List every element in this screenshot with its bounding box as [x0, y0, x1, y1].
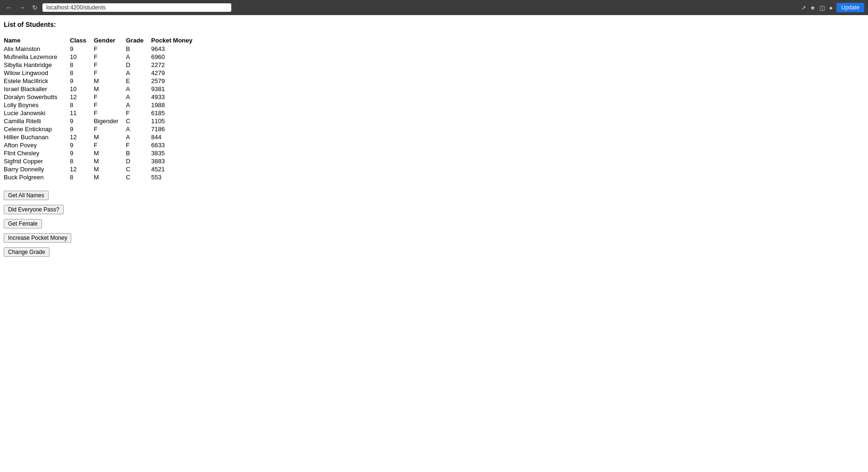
- cell-class: 8: [70, 101, 94, 109]
- cell-pocket_money: 9381: [151, 85, 200, 93]
- cell-pocket_money: 4933: [151, 93, 200, 101]
- table-row: Celene Enticknap9FA7186: [4, 125, 200, 133]
- table-row: Barry Donnelly12MC4521: [4, 165, 200, 173]
- page-content: List of Students: Name Class Gender Grad…: [0, 15, 868, 262]
- cell-pocket_money: 844: [151, 133, 200, 141]
- cell-gender: M: [94, 173, 126, 181]
- cell-gender: F: [94, 93, 126, 101]
- cell-class: 8: [70, 61, 94, 69]
- cell-grade: C: [126, 165, 152, 173]
- cell-gender: M: [94, 157, 126, 165]
- cell-class: 12: [70, 165, 94, 173]
- cell-name: Lolly Boynes: [4, 101, 70, 109]
- cell-grade: A: [126, 101, 152, 109]
- table-row: Israel Blackaller10MA9381: [4, 85, 200, 93]
- cell-pocket_money: 553: [151, 173, 200, 181]
- cell-grade: B: [126, 45, 152, 53]
- cell-gender: F: [94, 101, 126, 109]
- cell-class: 11: [70, 109, 94, 117]
- get-female-button[interactable]: Get Female: [4, 219, 42, 228]
- table-row: Flint Chesley9MB3835: [4, 149, 200, 157]
- table-header-row: Name Class Gender Grade Pocket Money: [4, 36, 200, 45]
- cell-pocket_money: 7186: [151, 125, 200, 133]
- cell-grade: B: [126, 149, 152, 157]
- cell-name: Hillier Buchanan: [4, 133, 70, 141]
- did-everyone-pass-button[interactable]: Did Everyone Pass?: [4, 205, 64, 214]
- cell-class: 8: [70, 157, 94, 165]
- header-grade: Grade: [126, 36, 152, 45]
- table-row: Buck Polgreen8MC553: [4, 173, 200, 181]
- table-row: Hillier Buchanan12MA844: [4, 133, 200, 141]
- cell-class: 10: [70, 53, 94, 61]
- back-button[interactable]: ←: [4, 3, 14, 12]
- cell-class: 9: [70, 125, 94, 133]
- cell-grade: A: [126, 53, 152, 61]
- cell-pocket_money: 6960: [151, 53, 200, 61]
- cell-gender: Bigender: [94, 117, 126, 125]
- table-row: Lucie Janowski11FF6185: [4, 109, 200, 117]
- cell-name: Wilow Lingwood: [4, 69, 70, 77]
- buttons-section: Get All Names Did Everyone Pass? Get Fem…: [4, 191, 864, 257]
- cell-class: 8: [70, 173, 94, 181]
- cell-pocket_money: 3835: [151, 149, 200, 157]
- cell-gender: F: [94, 53, 126, 61]
- change-grade-button[interactable]: Change Grade: [4, 247, 50, 257]
- cell-gender: M: [94, 85, 126, 93]
- table-row: Afton Povey9FF6633: [4, 141, 200, 149]
- get-all-names-button[interactable]: Get All Names: [4, 191, 49, 200]
- cell-name: Flint Chesley: [4, 149, 70, 157]
- header-pocket-money: Pocket Money: [151, 36, 200, 45]
- browser-controls: ↗ ★ ◫ ● Update: [801, 3, 864, 12]
- cell-pocket_money: 9643: [151, 45, 200, 53]
- cell-pocket_money: 3883: [151, 157, 200, 165]
- forward-button[interactable]: →: [17, 3, 27, 12]
- header-name: Name: [4, 36, 70, 45]
- cell-grade: F: [126, 109, 152, 117]
- cell-gender: F: [94, 61, 126, 69]
- update-button[interactable]: Update: [836, 3, 864, 12]
- cell-grade: F: [126, 141, 152, 149]
- cell-gender: F: [94, 45, 126, 53]
- cell-pocket_money: 1988: [151, 101, 200, 109]
- cell-grade: A: [126, 85, 152, 93]
- cell-pocket_money: 4279: [151, 69, 200, 77]
- cell-name: Camilla Ritelli: [4, 117, 70, 125]
- page-title: List of Students:: [4, 21, 864, 28]
- header-class: Class: [70, 36, 94, 45]
- bookmark-icon[interactable]: ★: [810, 4, 816, 11]
- cell-name: Afton Povey: [4, 141, 70, 149]
- cell-gender: M: [94, 165, 126, 173]
- cell-grade: A: [126, 93, 152, 101]
- cell-name: Barry Donnelly: [4, 165, 70, 173]
- cell-class: 9: [70, 149, 94, 157]
- cell-class: 9: [70, 117, 94, 125]
- cell-class: 12: [70, 133, 94, 141]
- cell-class: 9: [70, 77, 94, 85]
- cell-name: Alix Mainston: [4, 45, 70, 53]
- refresh-button[interactable]: ↻: [30, 3, 40, 12]
- cell-pocket_money: 2272: [151, 61, 200, 69]
- cell-pocket_money: 4521: [151, 165, 200, 173]
- cell-grade: A: [126, 125, 152, 133]
- profile-icon[interactable]: ●: [829, 4, 833, 11]
- cell-class: 12: [70, 93, 94, 101]
- cell-pocket_money: 1105: [151, 117, 200, 125]
- cell-gender: F: [94, 109, 126, 117]
- increase-pocket-money-button[interactable]: Increase Pocket Money: [4, 233, 71, 243]
- cell-grade: D: [126, 61, 152, 69]
- cell-grade: D: [126, 157, 152, 165]
- table-row: Estele MacIllrick9ME2579: [4, 77, 200, 85]
- header-gender: Gender: [94, 36, 126, 45]
- address-bar[interactable]: localhost:4200/students: [42, 3, 231, 12]
- cell-grade: C: [126, 117, 152, 125]
- cell-gender: M: [94, 77, 126, 85]
- cell-gender: F: [94, 125, 126, 133]
- share-icon[interactable]: ↗: [801, 4, 806, 11]
- cell-gender: F: [94, 69, 126, 77]
- cell-class: 10: [70, 85, 94, 93]
- cell-name: Estele MacIllrick: [4, 77, 70, 85]
- table-row: Sigfrid Copper8MD3883: [4, 157, 200, 165]
- browser-chrome: ← → ↻ localhost:4200/students ↗ ★ ◫ ● Up…: [0, 0, 868, 15]
- cell-grade: A: [126, 133, 152, 141]
- extensions-icon[interactable]: ◫: [819, 4, 825, 11]
